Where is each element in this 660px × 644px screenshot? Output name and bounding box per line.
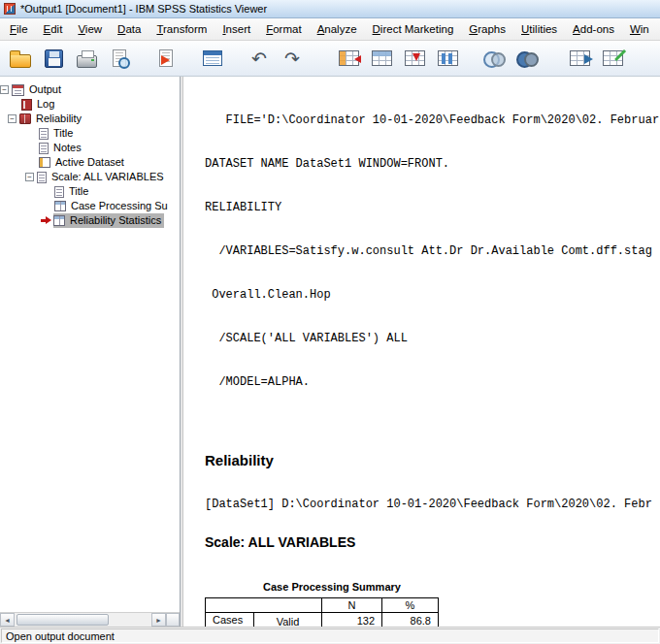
notes-page-icon: [39, 143, 49, 154]
status-bar: Open output document: [0, 627, 660, 644]
tree-item-title[interactable]: Title: [0, 126, 180, 141]
scale-page-icon: [37, 172, 47, 183]
save-icon: [45, 49, 63, 68]
menu-window[interactable]: Win: [622, 20, 657, 38]
case-processing-summary-table[interactable]: N % Cases Valid 132 86.8 Excludeda 20 13…: [205, 597, 439, 627]
tree-item-reliability[interactable]: − Reliability: [0, 112, 180, 126]
menu-data[interactable]: Data: [110, 20, 148, 38]
row-label: Valid: [254, 613, 322, 628]
window-title: *Output1 [Document1] - IBM SPSS Statisti…: [20, 3, 267, 15]
table-row: Cases Valid 132 86.8: [206, 613, 439, 628]
pane-resize-grip[interactable]: [166, 613, 180, 627]
redo-button[interactable]: ↷: [276, 44, 309, 74]
tree-item-label: Reliability Statistics: [67, 213, 164, 228]
find-button[interactable]: [431, 44, 464, 74]
menu-insert[interactable]: Insert: [214, 20, 258, 38]
case-processing-summary-output[interactable]: Case Processing Summary N % Cases Valid …: [205, 581, 459, 627]
title-page-icon: [54, 186, 64, 198]
goto-variable-button[interactable]: [365, 44, 398, 74]
tree-item-label: Output: [26, 82, 64, 97]
cell-pct: 86.8: [382, 613, 439, 628]
outline-pane: − Output Log − Reliability Title Notes A…: [0, 77, 181, 627]
undo-button[interactable]: ↶: [243, 44, 276, 74]
app-icon: [4, 3, 16, 15]
menu-add-ons[interactable]: Add-ons: [565, 20, 622, 38]
recall-dialogs-icon: [203, 50, 222, 66]
tree-item-output[interactable]: − Output: [0, 82, 180, 97]
tree-item-notes[interactable]: Notes: [0, 141, 180, 155]
recall-dialogs-button[interactable]: [196, 44, 229, 74]
current-item-arrow-icon: [41, 216, 51, 225]
print-button[interactable]: [70, 44, 103, 74]
tree-horizontal-scrollbar: ◄ ►: [0, 612, 180, 627]
table-header-row: N %: [206, 598, 439, 613]
menu-transform[interactable]: Transform: [148, 20, 214, 38]
menu-graphs[interactable]: Graphs: [461, 20, 513, 38]
row-group-label: Cases: [206, 613, 254, 628]
log-output[interactable]: FILE='D:\Coordinator 10-01-2020\Feedback…: [205, 84, 660, 419]
menu-format[interactable]: Format: [258, 20, 309, 38]
redo-icon: ↷: [284, 46, 300, 71]
weight-cases-button[interactable]: [563, 44, 596, 74]
save-button[interactable]: [37, 44, 70, 74]
tree-item-label: Log: [34, 97, 57, 112]
title-page-icon: [39, 128, 49, 140]
tree-item-title-2[interactable]: Title: [0, 184, 180, 199]
collapse-toggle-icon[interactable]: −: [25, 173, 34, 181]
table-icon: [54, 201, 66, 211]
select-cases-icon: [483, 50, 506, 66]
tree-item-reliability-statistics[interactable]: Reliability Statistics: [0, 213, 180, 228]
log-line: RELIABILITY: [205, 201, 660, 215]
title-bar: *Output1 [Document1] - IBM SPSS Statisti…: [0, 0, 660, 18]
tree-item-label: Title: [50, 126, 76, 141]
select-cases-button[interactable]: [478, 44, 511, 74]
log-line: /VARIABLES=Satisfy.w.consult Att.Dr Dr.A…: [205, 244, 660, 259]
stub-header-cell: [206, 598, 322, 613]
log-line: Overall.Clean.Hop: [205, 288, 660, 303]
menu-bar: File Edit View Data Transform Insert For…: [0, 18, 660, 41]
scroll-left-arrow[interactable]: ◄: [0, 613, 15, 627]
log-line: DATASET NAME DataSet1 WINDOW=FRONT.: [205, 157, 660, 172]
variables-button[interactable]: [398, 44, 431, 74]
scroll-right-arrow[interactable]: ►: [151, 613, 166, 627]
tree-item-scale[interactable]: − Scale: ALL VARIABLES: [0, 170, 180, 184]
menu-view[interactable]: View: [70, 20, 110, 38]
menu-file[interactable]: File: [2, 20, 36, 38]
scale-heading: Scale: ALL VARIABLES: [205, 534, 660, 550]
print-icon: [77, 55, 97, 68]
use-sets-button[interactable]: [596, 44, 629, 74]
tree-item-active-dataset[interactable]: Active Dataset: [0, 155, 180, 170]
menu-analyze[interactable]: Analyze: [310, 20, 365, 38]
procedure-icon: [19, 113, 31, 124]
undo-icon: ↶: [251, 46, 267, 71]
open-button[interactable]: [4, 44, 37, 74]
collapse-toggle-icon[interactable]: −: [8, 114, 16, 123]
menu-utilities[interactable]: Utilities: [513, 20, 565, 38]
goto-case-icon: [339, 50, 359, 66]
split-file-icon: [516, 50, 539, 66]
open-icon: [10, 54, 31, 68]
output-content-pane: FILE='D:\Coordinator 10-01-2020\Feedback…: [183, 77, 660, 627]
menu-direct-marketing[interactable]: Direct Marketing: [365, 20, 462, 38]
tree-item-label: Scale: ALL VARIABLES: [49, 170, 167, 184]
case-processing-summary-title: Case Processing Summary: [205, 581, 459, 593]
tree-item-label: Active Dataset: [52, 155, 127, 170]
tree-item-label: Title: [66, 184, 91, 199]
weight-cases-icon: [570, 50, 590, 66]
tree-item-label: Reliability: [33, 112, 84, 126]
print-preview-button[interactable]: [103, 44, 136, 74]
menu-edit[interactable]: Edit: [36, 20, 71, 38]
toolbar: ↶ ↷: [0, 41, 660, 77]
export-button[interactable]: [149, 44, 182, 74]
collapse-toggle-icon[interactable]: −: [0, 85, 9, 94]
tree-item-log[interactable]: Log: [0, 97, 180, 112]
scroll-thumb[interactable]: [16, 614, 109, 626]
goto-variable-icon: [372, 50, 392, 66]
scroll-track[interactable]: [15, 613, 151, 627]
tree-item-case-processing-summary[interactable]: Case Processing Su: [0, 199, 180, 213]
goto-case-button[interactable]: [332, 44, 365, 74]
log-icon: [21, 99, 32, 111]
table-icon: [53, 215, 65, 226]
split-file-button[interactable]: [511, 44, 544, 74]
status-message: Open output document: [1, 628, 659, 643]
